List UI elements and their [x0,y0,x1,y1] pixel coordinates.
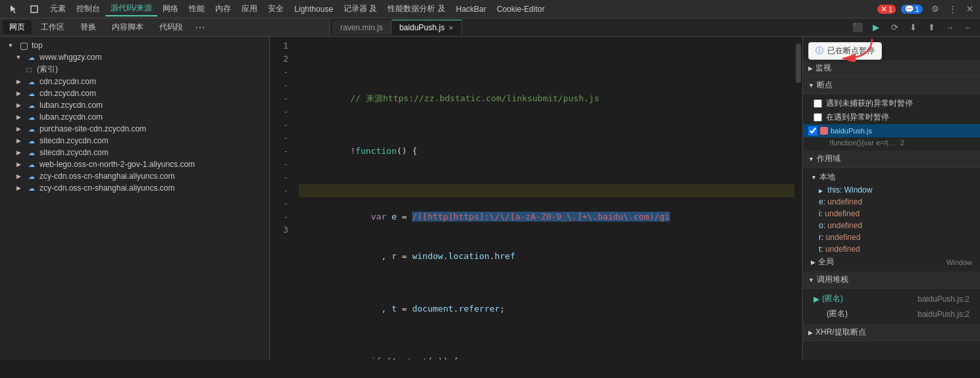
toolbar-icon-cursor[interactable] [3,3,24,16]
tree-item-whggzy[interactable]: ▼ ☁ www.whggzy.com [0,51,269,63]
toolbar-recorder[interactable]: 记录器 及 [338,2,382,16]
scope-global-header[interactable]: ▶ 全局 Window [803,255,980,269]
more-button[interactable]: ⋮ [944,1,960,17]
debugger-panel: ⓘ 已在断点暂停 ▶ 监视 ▼ 断点 [802,37,980,360]
tree-item-index[interactable]: □ (索引) [0,63,269,76]
tree-item-zcycdn2[interactable]: ▶ ☁ zcy-cdn.oss-cn-shanghai.aliyuncs.com [0,182,269,194]
tree-item-cdn2[interactable]: ▶ ☁ cdn.zcycdn.com [0,87,269,99]
scope-content: ▼ 本地 ▶ this: Window e: undefined i: unde… [803,168,980,272]
scope-var-r: r: undefined [803,231,980,243]
cloud-folder-icon-10: ☁ [26,171,37,181]
right-toolbar: ✕ 1 💬 1 ⚙ ⋮ ✕ [877,1,977,17]
callstack-item-1[interactable]: ▶ (匿名) baiduPush.js:2 [803,291,980,306]
tree-item-luban1[interactable]: ▶ ☁ luban.zcycdn.com [0,99,269,111]
toolbar-cookie-editor[interactable]: Cookie-Editor [492,3,550,15]
tree-item-cdn1[interactable]: ▶ ☁ cdn.zcycdn.com [0,76,269,87]
local-collapse-icon: ▼ [811,174,817,181]
toolbar-application[interactable]: 应用 [236,2,263,16]
scope-local-header[interactable]: ▼ 本地 [803,170,980,184]
toolbar-network[interactable]: 网络 [157,2,184,16]
cloud-folder-icon-3: ☁ [26,88,37,99]
step-into-button[interactable]: → [942,20,958,35]
tree-item-luban2[interactable]: ▶ ☁ luban.zcycdn.com [0,111,269,123]
callstack-active-icon: ▶ [813,295,819,304]
arrow-right-icon-9: ▶ [13,171,24,181]
close-tab-baidupush[interactable]: ✕ [448,24,453,32]
tree-item-zcycdn1[interactable]: ▶ ☁ zcy-cdn.oss-cn-shanghai.aliyuncs.com [0,170,269,182]
scrollbar-thumb[interactable] [796,43,801,83]
cloud-folder-icon: ☁ [26,52,37,62]
code-line-r: , r = window.location.href [299,237,797,250]
settings-button[interactable]: ⚙ [927,1,943,17]
file-tree: ▼ ▢ top ▼ ☁ www.whggzy.com □ (索引) ▶ ☁ cd… [0,37,270,360]
tab-webpage[interactable]: 网页 [3,20,32,34]
tree-item-sitecdn1[interactable]: ▶ ☁ sitecdn.zcycdn.com [0,135,269,147]
arrow-right-icon-7: ▶ [13,147,24,158]
section-callstack[interactable]: ▼ 调用堆栈 [803,272,980,289]
tree-item-weblego[interactable]: ▶ ☁ web-lego.oss-cn-north-2-gov-1.aliyun… [0,158,269,170]
arrow-down-icon-2: ▼ [13,52,24,62]
toolbar-lighthouse[interactable]: Lighthouse [289,3,338,15]
close-button[interactable]: ✕ [962,1,977,17]
arrow-right-icon-3: ▶ [13,100,24,110]
toolbar-sources[interactable]: 源代码/来源 [105,1,157,16]
code-lines: // 来源https://zz.bdstatic.com/linksubmit/… [294,37,802,360]
toolbar-elements[interactable]: 元素 [45,2,71,16]
tree-item-sitecdn2[interactable]: ▶ ☁ sitecdn.zcycdn.com [0,147,269,158]
toolbar-icon-square[interactable] [24,3,45,16]
code-line-t: , t = document.referrer; [299,289,797,302]
scope-var-o: o: undefined [803,220,980,231]
breakpoint-item-baidupush[interactable]: baiduPush.js [803,124,980,137]
play-button[interactable]: ▶ [868,20,884,35]
tab-content-script[interactable]: 内容脚本 [105,20,150,34]
toolbar-perf-insight[interactable]: 性能数据分析 及 [382,2,450,16]
toolbar-performance[interactable]: 性能 [184,2,210,16]
section-xhr-breakpoints[interactable]: ▶ XHR/提取断点 [803,324,980,341]
bp-collapse-icon: ▼ [808,82,814,89]
info-badge[interactable]: 💬 1 [901,5,923,14]
this-expand-icon: ▶ [819,188,823,194]
arrow-right-icon-5: ▶ [13,124,24,134]
tab-replace[interactable]: 替换 [74,20,103,34]
checkbox-caught[interactable]: 在遇到异常时暂停 [803,110,980,124]
toolbar-hackbar[interactable]: HackBar [451,3,492,15]
checkbox-uncaught[interactable]: 遇到未捕获的异常时暂停 [803,97,980,110]
callstack-item-2[interactable]: (匿名) baiduPush.js:2 [803,306,980,321]
file-icon: □ [24,64,34,75]
scope-var-t: t: undefined [803,243,980,255]
error-badge[interactable]: ✕ 1 [877,5,896,14]
toolbar-security[interactable]: 安全 [263,2,289,16]
arrow-right-icon-2: ▶ [13,88,24,99]
section-breakpoints[interactable]: ▼ 断点 [803,77,980,94]
breakpoint-tooltip: ⓘ 已在断点暂停 [808,42,882,60]
main-layout: ▼ ▢ top ▼ ☁ www.whggzy.com □ (索引) ▶ ☁ cd… [0,37,980,360]
code-line-1: // 来源https://zz.bdstatic.com/linksubmit/… [299,79,797,92]
step-up-button[interactable]: ⬆ [923,20,939,35]
scope-var-i: i: undefined [803,208,980,220]
info-icon: ⓘ [815,45,823,57]
step-out-button[interactable]: ← [960,20,976,35]
tab-workspace[interactable]: 工作区 [34,20,71,34]
section-watch[interactable]: ▶ 监视 [803,60,980,77]
section-scope[interactable]: ▼ 作用域 [803,151,980,168]
scope-var-e: e: undefined [803,196,980,208]
file-tab-baidupush[interactable]: baiduPush.js ✕ [392,20,463,35]
cloud-folder-icon-9: ☁ [26,159,37,170]
toolbar-memory[interactable]: 内存 [210,2,236,16]
sidebar-toggle-button[interactable]: ⬛ [850,20,865,35]
cloud-folder-icon-6: ☁ [26,124,37,134]
watch-collapse-icon: ▶ [808,65,813,72]
global-collapse-icon: ▶ [811,259,815,266]
refresh-button[interactable]: ⟳ [887,20,902,35]
step-over-button[interactable]: ⬇ [905,20,921,35]
toolbar-console[interactable]: 控制台 [71,2,105,16]
more-tabs-button[interactable]: ⋯ [192,20,208,35]
tab-snippets[interactable]: 代码段 [153,20,190,34]
bp-checkbox[interactable] [808,126,817,135]
arrow-right-icon-6: ▶ [13,135,24,146]
tree-item-top[interactable]: ▼ ▢ top [0,39,269,51]
code-editor[interactable]: 1 2 - - - - - - - - - - - - 3 // 来源http [270,37,802,360]
vertical-scrollbar[interactable] [794,37,802,360]
tree-item-purchase[interactable]: ▶ ☁ purchase-site-cdn.zcycdn.com [0,123,269,135]
file-tab-raven[interactable]: raven.min.js [332,20,392,35]
